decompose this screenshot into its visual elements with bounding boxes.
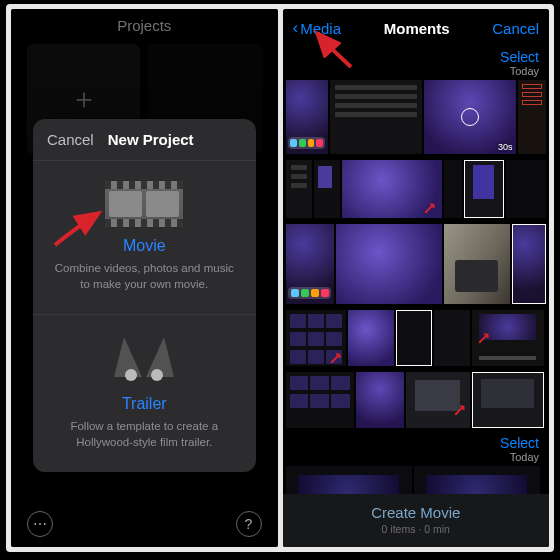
section-date: Today	[510, 451, 539, 463]
media-thumbnail[interactable]	[464, 160, 504, 218]
media-thumbnail[interactable]	[336, 224, 442, 304]
create-movie-title: Create Movie	[283, 504, 550, 521]
media-thumbnail[interactable]	[348, 310, 394, 366]
cancel-button[interactable]: Cancel	[492, 20, 539, 37]
new-project-sheet: Cancel New Project Movie Combine videos,…	[33, 119, 256, 472]
movie-option-desc: Combine videos, photos and music to make…	[51, 261, 238, 292]
help-button[interactable]: ?	[236, 511, 262, 537]
media-thumbnail[interactable]	[444, 224, 510, 304]
media-thumbnail-video[interactable]	[424, 80, 516, 154]
right-screenshot: ‹ Media Moments Cancel Select Today	[283, 9, 550, 547]
media-thumbnail[interactable]	[472, 310, 544, 366]
movie-option[interactable]: Movie Combine videos, photos and music t…	[33, 161, 256, 314]
trailer-option-title: Trailer	[51, 395, 238, 413]
media-thumbnail[interactable]	[286, 224, 334, 304]
create-movie-subtitle: 0 items · 0 min	[283, 523, 550, 535]
trailer-option-desc: Follow a template to create a Hollywood-…	[51, 419, 238, 450]
movie-option-title: Movie	[51, 237, 238, 255]
filmstrip-icon	[105, 181, 183, 227]
media-thumbnail[interactable]	[314, 160, 340, 218]
media-thumbnail[interactable]	[286, 372, 354, 428]
media-thumbnail[interactable]	[444, 160, 462, 218]
media-thumbnail[interactable]	[342, 160, 442, 218]
media-thumbnail[interactable]	[396, 310, 432, 366]
more-button[interactable]: ⋯	[27, 511, 53, 537]
media-thumbnail[interactable]	[286, 80, 328, 154]
media-thumbnail[interactable]	[512, 224, 546, 304]
select-button[interactable]: Select	[500, 435, 539, 451]
media-thumbnail[interactable]	[434, 310, 470, 366]
trailer-option[interactable]: Trailer Follow a template to create a Ho…	[33, 314, 256, 472]
media-thumbnail[interactable]	[506, 160, 546, 218]
media-thumbnail[interactable]	[406, 372, 470, 428]
cancel-button[interactable]: Cancel	[33, 131, 108, 148]
section-date: Today	[510, 65, 539, 77]
media-thumbnail[interactable]	[356, 372, 404, 428]
media-thumbnail[interactable]	[518, 80, 546, 154]
left-screenshot: Projects ＋ Cancel New Project Movie Comb…	[11, 9, 278, 547]
media-thumbnail[interactable]	[286, 160, 312, 218]
select-button[interactable]: Select	[500, 49, 539, 65]
create-movie-bar[interactable]: Create Movie 0 items · 0 min	[283, 494, 550, 547]
media-thumbnail[interactable]	[330, 80, 422, 154]
moments-title: Moments	[384, 20, 450, 37]
sheet-title: New Project	[108, 131, 214, 148]
chevron-left-icon: ‹	[293, 18, 299, 38]
spotlight-icon	[109, 335, 179, 385]
back-label: Media	[300, 20, 341, 37]
media-thumbnail[interactable]	[472, 372, 544, 428]
back-media-button[interactable]: ‹ Media	[293, 18, 342, 38]
media-thumbnail[interactable]	[286, 310, 346, 366]
